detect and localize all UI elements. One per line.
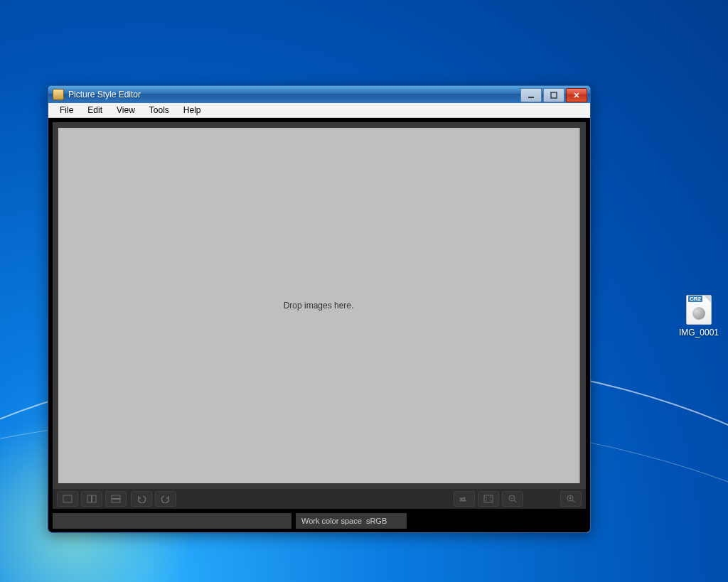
colorspace-label: Work color space [301,517,362,525]
x1-icon: x1 [459,495,470,503]
zoom-in-button[interactable] [560,491,582,507]
split-view-button[interactable] [81,491,102,507]
svg-rect-2 [63,495,72,502]
colorspace-value: sRGB [366,517,387,525]
menu-edit[interactable]: Edit [80,104,109,117]
cr2-file-icon: CR2 [686,295,712,325]
zoom-in-icon [566,495,576,503]
menu-tools[interactable]: Tools [142,104,176,117]
single-view-button[interactable] [57,491,78,507]
desktop-file-img0001[interactable]: CR2 IMG_0001 [672,295,726,338]
statusbar: Work color space sRGB [53,513,586,529]
menu-view[interactable]: View [109,104,142,117]
menu-help[interactable]: Help [176,104,208,117]
app-icon [53,89,64,100]
drop-zone[interactable]: Drop images here. [58,128,580,483]
status-panel-left [53,513,291,529]
maximize-button[interactable] [543,88,564,102]
zoom-out-icon [508,495,518,503]
stack-view-button[interactable] [105,491,127,507]
window-controls [520,88,587,101]
client-area: Drop images here. [48,118,590,533]
app-window: Picture Style Editor File Edit View Tool… [48,85,591,533]
svg-line-13 [572,500,575,502]
stack-view-icon [111,495,121,503]
bottom-toolbar: x1 [53,489,586,509]
svg-rect-3 [87,495,92,502]
svg-text:x1: x1 [460,496,466,502]
layout-group [57,491,127,507]
menu-file[interactable]: File [53,104,80,117]
zoom-out-button[interactable] [502,491,523,507]
fit-button[interactable] [478,491,499,507]
redo-button[interactable] [155,491,176,507]
menubar: File Edit View Tools Help [48,103,590,118]
titlebar[interactable]: Picture Style Editor [48,86,590,103]
single-view-icon [63,495,73,503]
canvas-frame: Drop images here. [53,122,586,489]
svg-rect-4 [92,495,97,502]
svg-rect-8 [484,495,493,502]
undo-button[interactable] [131,491,152,507]
svg-rect-6 [112,500,120,503]
drop-zone-label: Drop images here. [284,301,354,311]
zoom-group: x1 [454,491,523,507]
minimize-button[interactable] [520,88,542,102]
svg-rect-0 [528,97,534,98]
file-disc-icon [692,307,705,320]
close-button[interactable] [566,88,587,102]
undo-icon [136,495,146,503]
redo-icon [161,495,171,503]
file-label: IMG_0001 [672,328,726,338]
zoom-in-group [560,491,582,507]
zoom-1x-button[interactable]: x1 [454,491,475,507]
svg-rect-5 [112,495,120,499]
svg-rect-1 [551,92,557,98]
fit-icon [483,495,493,503]
split-view-icon [87,495,97,503]
desktop: CR2 IMG_0001 Picture Style Editor File [0,0,728,582]
file-badge: CR2 [688,296,702,302]
status-panel-colorspace: Work color space sRGB [296,513,407,529]
window-title: Picture Style Editor [68,90,520,99]
svg-line-10 [514,500,517,502]
history-group [131,491,176,507]
